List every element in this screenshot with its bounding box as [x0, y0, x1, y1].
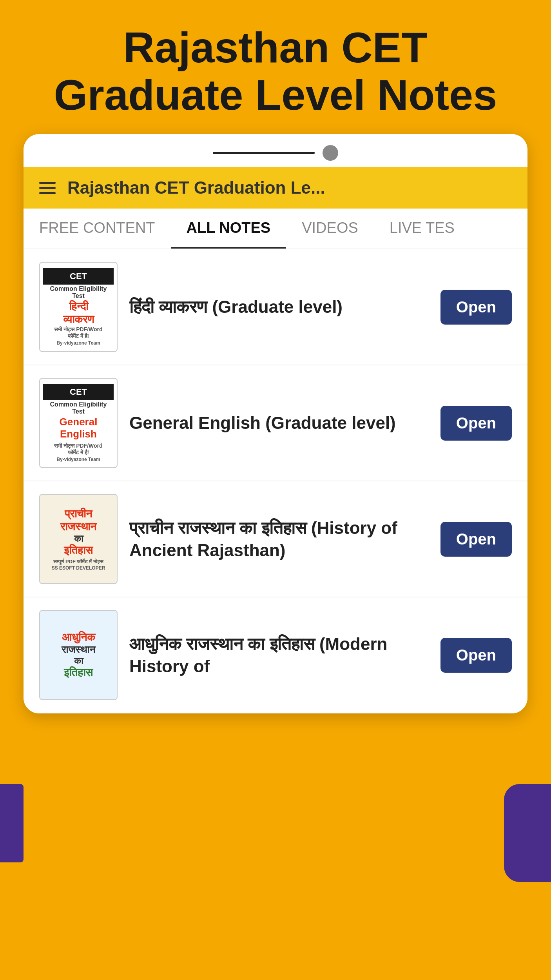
list-item: प्राचीन राजस्थान का इतिहास सम्पूर्ण PDF … [24, 481, 527, 597]
page-wrapper: Rajasthan CET Graduate Level Notes Rajas… [0, 0, 551, 980]
cover-bottom-text: सभी नोट्स PDF/Wordफॉर्मेट में है!By-vidy… [54, 440, 102, 462]
page-title: Rajasthan CET Graduate Level Notes [31, 24, 520, 118]
cover-english-text: GeneralEnglish [60, 416, 98, 440]
cover-title-rajasthan: राजस्थान [60, 521, 96, 534]
corner-decoration-right [504, 784, 551, 882]
cover-sub-text: Common Eligibility Test [43, 400, 114, 416]
item-title: हिंदी व्याकरण (Graduate level) [129, 296, 429, 318]
list-item: CET Common Eligibility Test GeneralEngli… [24, 365, 527, 481]
cover-top-text: CET [43, 268, 114, 285]
page-header: Rajasthan CET Graduate Level Notes [0, 0, 551, 134]
cover-sub-text: Common Eligibility Test [43, 285, 114, 300]
item-title: प्राचीन राजस्थान का इतिहास (History of A… [129, 517, 429, 561]
app-header: Rajasthan CET Graduation Le... [24, 167, 527, 209]
hamburger-line-3 [39, 192, 56, 194]
item-info: प्राचीन राजस्थान का इतिहास (History of A… [129, 517, 429, 561]
hamburger-line-2 [39, 187, 56, 189]
cover-title-itihas: इतिहास [64, 544, 93, 557]
tab-live-test[interactable]: LIVE TES [374, 209, 470, 249]
cover-note-text: सम्पूर्ण PDF फॉर्मेट में नोट्सSS ESOFT D… [52, 557, 105, 571]
hamburger-line-1 [39, 182, 56, 184]
phone-top-bar [24, 134, 527, 167]
corner-decoration-left [0, 784, 24, 862]
cover-top-text: CET [43, 384, 114, 400]
cover-title-prachin: प्राचीन [65, 508, 92, 521]
phone-camera [323, 145, 338, 161]
open-button-english[interactable]: Open [440, 406, 512, 441]
tab-videos[interactable]: VIDEOS [286, 209, 374, 249]
book-cover-hindi: CET Common Eligibility Test हिन्दीव्याकर… [39, 262, 118, 352]
item-title: General English (Graduate level) [129, 412, 429, 434]
phone-notch-line [213, 152, 315, 154]
tab-free-content[interactable]: FREE CONTENT [24, 209, 171, 249]
card-container: Rajasthan CET Graduation Le... FREE CONT… [24, 134, 527, 713]
cover-title-aadhunik: आधुनिक [62, 631, 95, 644]
cover-title-rajasthan: राजस्थान [62, 644, 95, 656]
cover-hindi-text: हिन्दीव्याकरण [63, 300, 94, 326]
item-title: आधुनिक राजस्थान का इतिहास (Modern Histor… [129, 633, 429, 677]
list-item: आधुनिक राजस्थान का इतिहास आधुनिक राजस्था… [24, 597, 527, 713]
open-button-modern[interactable]: Open [440, 638, 512, 673]
open-button-history[interactable]: Open [440, 522, 512, 557]
item-info: हिंदी व्याकरण (Graduate level) [129, 296, 429, 318]
app-header-title: Rajasthan CET Graduation Le... [67, 178, 325, 198]
tab-all-notes[interactable]: ALL NOTES [171, 209, 286, 249]
item-info: General English (Graduate level) [129, 412, 429, 434]
cover-title-ka: का [74, 534, 83, 544]
book-cover-english: CET Common Eligibility Test GeneralEngli… [39, 378, 118, 468]
cover-bottom-text: सभी नोट्स PDF/Wordफॉर्मेट में है!By-vidy… [54, 326, 102, 346]
cover-title-ka: का [74, 656, 83, 666]
book-cover-modern: आधुनिक राजस्थान का इतिहास [39, 610, 118, 700]
list-item: CET Common Eligibility Test हिन्दीव्याकर… [24, 249, 527, 365]
notes-list: CET Common Eligibility Test हिन्दीव्याकर… [24, 249, 527, 713]
book-cover-history: प्राचीन राजस्थान का इतिहास सम्पूर्ण PDF … [39, 494, 118, 584]
tab-bar: FREE CONTENT ALL NOTES VIDEOS LIVE TES [24, 209, 527, 249]
cover-title-itihas: इतिहास [64, 666, 93, 679]
item-info: आधुनिक राजस्थान का इतिहास (Modern Histor… [129, 633, 429, 677]
hamburger-menu-button[interactable] [39, 182, 56, 194]
open-button-hindi[interactable]: Open [440, 290, 512, 325]
